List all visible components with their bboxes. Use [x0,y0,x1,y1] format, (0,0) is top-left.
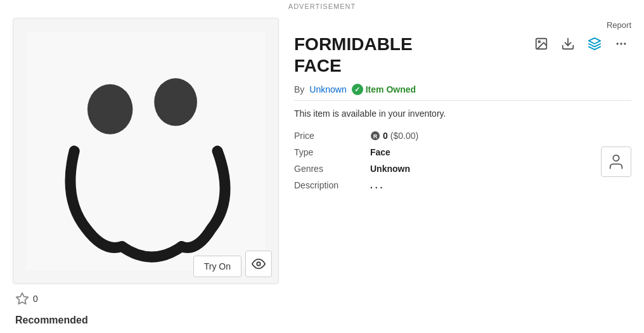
item-details-table: Price R 0 ($0.00) Type [294,127,631,193]
svg-marker-8 [589,38,600,44]
description-value: . . . [370,177,631,193]
advertisement-bar: ADVERTISEMENT [0,0,644,11]
svg-text:R: R [373,133,378,140]
more-icon [615,37,628,50]
details-section: This item is available in your inventory… [294,108,631,193]
try-on-button[interactable]: Try On [193,256,242,277]
left-panel: Try On 0 Recommended [13,18,279,326]
genres-value: Unknown [370,160,631,177]
svg-marker-4 [16,293,28,304]
report-link[interactable]: Report [294,20,631,30]
recommended-label: Recommended [13,315,279,326]
favorite-star-icon[interactable] [15,292,29,306]
item-image [27,32,265,270]
layers-icon [588,37,602,51]
svg-point-3 [257,262,261,266]
genres-row: Genres Unknown [294,160,631,177]
right-panel: Report FORMIDABLE FACE [294,18,631,326]
divider [294,100,631,101]
image-icon-button[interactable] [531,34,551,54]
header-row: FORMIDABLE FACE [294,34,631,81]
favorite-count: 0 [33,294,38,304]
author-link[interactable]: Unknown [309,84,346,95]
svg-rect-0 [27,32,265,270]
action-icons-row [531,34,631,54]
by-author-row: By Unknown ✓ Item Owned [294,84,631,95]
price-row: Price R 0 ($0.00) [294,127,631,144]
svg-point-1 [87,84,132,134]
description-row: Description . . . [294,177,631,193]
item-title: FORMIDABLE FACE [294,34,413,76]
type-value: Face [370,144,631,160]
svg-point-6 [538,41,540,42]
description-label: Description [294,177,370,193]
svg-point-9 [617,42,619,44]
svg-point-2 [154,78,197,126]
svg-point-10 [620,42,622,44]
item-image-container: Try On [13,18,279,284]
inventory-message: This item is available in your inventory… [294,108,631,119]
eye-preview-button[interactable] [245,251,272,277]
more-options-button[interactable] [611,34,631,54]
layers-icon-button[interactable] [584,34,605,54]
owned-checkmark-icon: ✓ [352,84,363,95]
type-row: Type Face [294,144,631,160]
price-label: Price [294,127,370,144]
svg-point-12 [613,155,619,161]
genres-label: Genres [294,160,370,177]
type-label: Type [294,144,370,160]
eye-icon [252,257,266,271]
download-icon-button[interactable] [558,34,578,54]
favorite-row: 0 [13,292,279,306]
owned-badge: ✓ Item Owned [352,84,416,95]
svg-point-11 [624,42,626,44]
price-value: R 0 ($0.00) [370,127,631,144]
character-icon-button[interactable] [601,147,631,177]
image-icon [534,37,548,51]
robux-icon: R [370,131,380,141]
download-icon [561,37,575,51]
character-icon [607,153,625,171]
